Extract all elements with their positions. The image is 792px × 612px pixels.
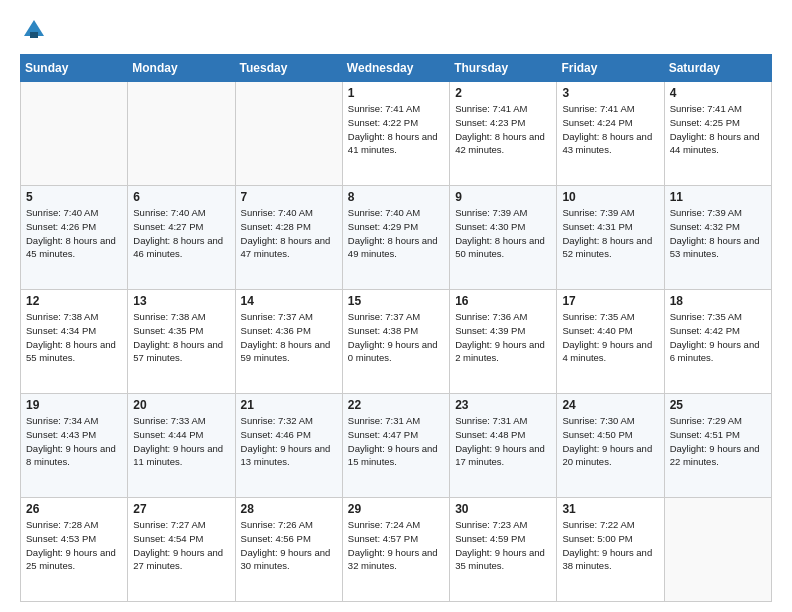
calendar-cell: 28Sunrise: 7:26 AMSunset: 4:56 PMDayligh… [235, 498, 342, 602]
calendar-cell: 6Sunrise: 7:40 AMSunset: 4:27 PMDaylight… [128, 186, 235, 290]
calendar-cell: 7Sunrise: 7:40 AMSunset: 4:28 PMDaylight… [235, 186, 342, 290]
day-info: Sunrise: 7:40 AMSunset: 4:26 PMDaylight:… [26, 206, 122, 261]
calendar-week-row: 5Sunrise: 7:40 AMSunset: 4:26 PMDaylight… [21, 186, 772, 290]
day-number: 16 [455, 294, 551, 308]
day-number: 29 [348, 502, 444, 516]
day-number: 6 [133, 190, 229, 204]
calendar-cell: 31Sunrise: 7:22 AMSunset: 5:00 PMDayligh… [557, 498, 664, 602]
calendar-cell: 25Sunrise: 7:29 AMSunset: 4:51 PMDayligh… [664, 394, 771, 498]
day-info: Sunrise: 7:41 AMSunset: 4:24 PMDaylight:… [562, 102, 658, 157]
day-info: Sunrise: 7:39 AMSunset: 4:31 PMDaylight:… [562, 206, 658, 261]
day-number: 22 [348, 398, 444, 412]
day-number: 12 [26, 294, 122, 308]
day-info: Sunrise: 7:40 AMSunset: 4:27 PMDaylight:… [133, 206, 229, 261]
day-number: 30 [455, 502, 551, 516]
calendar-table: SundayMondayTuesdayWednesdayThursdayFrid… [20, 54, 772, 602]
day-number: 24 [562, 398, 658, 412]
calendar-cell: 20Sunrise: 7:33 AMSunset: 4:44 PMDayligh… [128, 394, 235, 498]
day-info: Sunrise: 7:39 AMSunset: 4:32 PMDaylight:… [670, 206, 766, 261]
calendar-week-row: 12Sunrise: 7:38 AMSunset: 4:34 PMDayligh… [21, 290, 772, 394]
calendar-cell: 11Sunrise: 7:39 AMSunset: 4:32 PMDayligh… [664, 186, 771, 290]
day-info: Sunrise: 7:35 AMSunset: 4:42 PMDaylight:… [670, 310, 766, 365]
calendar-cell: 24Sunrise: 7:30 AMSunset: 4:50 PMDayligh… [557, 394, 664, 498]
calendar-cell: 10Sunrise: 7:39 AMSunset: 4:31 PMDayligh… [557, 186, 664, 290]
calendar-cell [664, 498, 771, 602]
calendar-cell: 12Sunrise: 7:38 AMSunset: 4:34 PMDayligh… [21, 290, 128, 394]
day-info: Sunrise: 7:24 AMSunset: 4:57 PMDaylight:… [348, 518, 444, 573]
day-number: 17 [562, 294, 658, 308]
day-number: 25 [670, 398, 766, 412]
day-number: 18 [670, 294, 766, 308]
calendar-cell: 16Sunrise: 7:36 AMSunset: 4:39 PMDayligh… [450, 290, 557, 394]
day-info: Sunrise: 7:40 AMSunset: 4:29 PMDaylight:… [348, 206, 444, 261]
calendar-cell [128, 82, 235, 186]
calendar-cell: 13Sunrise: 7:38 AMSunset: 4:35 PMDayligh… [128, 290, 235, 394]
day-number: 19 [26, 398, 122, 412]
day-number: 27 [133, 502, 229, 516]
day-number: 9 [455, 190, 551, 204]
day-info: Sunrise: 7:41 AMSunset: 4:22 PMDaylight:… [348, 102, 444, 157]
day-number: 5 [26, 190, 122, 204]
calendar-cell: 18Sunrise: 7:35 AMSunset: 4:42 PMDayligh… [664, 290, 771, 394]
calendar-header: SundayMondayTuesdayWednesdayThursdayFrid… [21, 55, 772, 82]
day-number: 4 [670, 86, 766, 100]
calendar-cell: 2Sunrise: 7:41 AMSunset: 4:23 PMDaylight… [450, 82, 557, 186]
day-number: 3 [562, 86, 658, 100]
day-info: Sunrise: 7:38 AMSunset: 4:34 PMDaylight:… [26, 310, 122, 365]
day-info: Sunrise: 7:30 AMSunset: 4:50 PMDaylight:… [562, 414, 658, 469]
weekday-header: Wednesday [342, 55, 449, 82]
day-info: Sunrise: 7:31 AMSunset: 4:47 PMDaylight:… [348, 414, 444, 469]
day-info: Sunrise: 7:41 AMSunset: 4:23 PMDaylight:… [455, 102, 551, 157]
day-info: Sunrise: 7:37 AMSunset: 4:38 PMDaylight:… [348, 310, 444, 365]
day-number: 14 [241, 294, 337, 308]
calendar-cell: 29Sunrise: 7:24 AMSunset: 4:57 PMDayligh… [342, 498, 449, 602]
logo-icon [20, 16, 48, 44]
day-info: Sunrise: 7:31 AMSunset: 4:48 PMDaylight:… [455, 414, 551, 469]
day-info: Sunrise: 7:26 AMSunset: 4:56 PMDaylight:… [241, 518, 337, 573]
day-number: 15 [348, 294, 444, 308]
day-info: Sunrise: 7:32 AMSunset: 4:46 PMDaylight:… [241, 414, 337, 469]
day-number: 20 [133, 398, 229, 412]
calendar-week-row: 1Sunrise: 7:41 AMSunset: 4:22 PMDaylight… [21, 82, 772, 186]
calendar-cell: 23Sunrise: 7:31 AMSunset: 4:48 PMDayligh… [450, 394, 557, 498]
calendar-week-row: 26Sunrise: 7:28 AMSunset: 4:53 PMDayligh… [21, 498, 772, 602]
day-number: 31 [562, 502, 658, 516]
header [20, 16, 772, 44]
day-info: Sunrise: 7:38 AMSunset: 4:35 PMDaylight:… [133, 310, 229, 365]
calendar-cell: 15Sunrise: 7:37 AMSunset: 4:38 PMDayligh… [342, 290, 449, 394]
day-number: 21 [241, 398, 337, 412]
calendar-cell [21, 82, 128, 186]
day-number: 2 [455, 86, 551, 100]
day-number: 23 [455, 398, 551, 412]
calendar-cell: 5Sunrise: 7:40 AMSunset: 4:26 PMDaylight… [21, 186, 128, 290]
calendar-cell: 19Sunrise: 7:34 AMSunset: 4:43 PMDayligh… [21, 394, 128, 498]
calendar-cell: 21Sunrise: 7:32 AMSunset: 4:46 PMDayligh… [235, 394, 342, 498]
calendar-cell: 4Sunrise: 7:41 AMSunset: 4:25 PMDaylight… [664, 82, 771, 186]
calendar-cell: 1Sunrise: 7:41 AMSunset: 4:22 PMDaylight… [342, 82, 449, 186]
calendar-cell: 26Sunrise: 7:28 AMSunset: 4:53 PMDayligh… [21, 498, 128, 602]
calendar-cell: 27Sunrise: 7:27 AMSunset: 4:54 PMDayligh… [128, 498, 235, 602]
logo [20, 16, 52, 44]
day-info: Sunrise: 7:22 AMSunset: 5:00 PMDaylight:… [562, 518, 658, 573]
day-number: 11 [670, 190, 766, 204]
page: SundayMondayTuesdayWednesdayThursdayFrid… [0, 0, 792, 612]
day-info: Sunrise: 7:27 AMSunset: 4:54 PMDaylight:… [133, 518, 229, 573]
calendar-body: 1Sunrise: 7:41 AMSunset: 4:22 PMDaylight… [21, 82, 772, 602]
day-number: 1 [348, 86, 444, 100]
day-number: 13 [133, 294, 229, 308]
weekday-header: Saturday [664, 55, 771, 82]
day-info: Sunrise: 7:23 AMSunset: 4:59 PMDaylight:… [455, 518, 551, 573]
weekday-header: Friday [557, 55, 664, 82]
day-info: Sunrise: 7:33 AMSunset: 4:44 PMDaylight:… [133, 414, 229, 469]
weekday-header: Sunday [21, 55, 128, 82]
day-info: Sunrise: 7:36 AMSunset: 4:39 PMDaylight:… [455, 310, 551, 365]
day-number: 7 [241, 190, 337, 204]
day-info: Sunrise: 7:40 AMSunset: 4:28 PMDaylight:… [241, 206, 337, 261]
calendar-cell: 8Sunrise: 7:40 AMSunset: 4:29 PMDaylight… [342, 186, 449, 290]
day-number: 10 [562, 190, 658, 204]
calendar-cell [235, 82, 342, 186]
calendar-cell: 3Sunrise: 7:41 AMSunset: 4:24 PMDaylight… [557, 82, 664, 186]
calendar-cell: 30Sunrise: 7:23 AMSunset: 4:59 PMDayligh… [450, 498, 557, 602]
calendar-cell: 14Sunrise: 7:37 AMSunset: 4:36 PMDayligh… [235, 290, 342, 394]
weekday-row: SundayMondayTuesdayWednesdayThursdayFrid… [21, 55, 772, 82]
